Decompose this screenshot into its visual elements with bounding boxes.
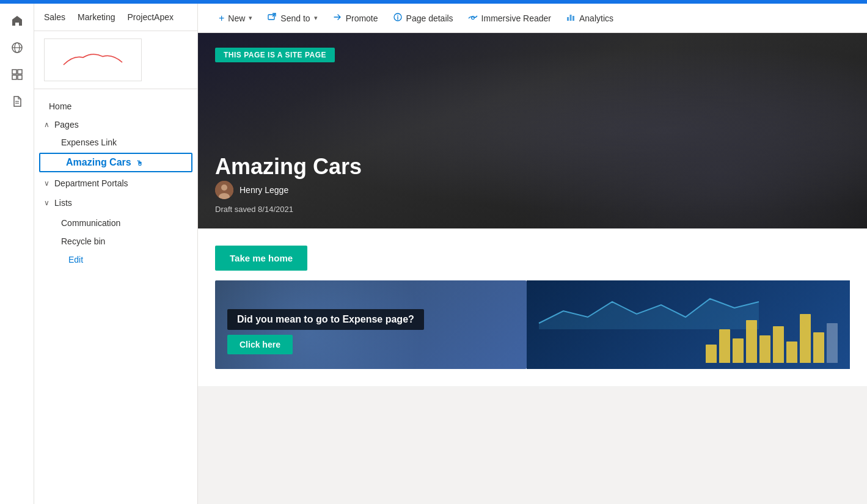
svg-rect-4 [18, 70, 22, 74]
sidebar-nav: Home ∧ Pages Expenses Link Amazing Cars … [34, 89, 197, 504]
grid-icon[interactable] [5, 62, 29, 87]
send-to-dropdown-icon: ▾ [314, 14, 318, 22]
sidebar-item-communication[interactable]: Communication [34, 214, 197, 232]
click-here-button[interactable]: Click here [227, 335, 293, 354]
draft-saved-text: Draft saved 8/14/2021 [215, 205, 293, 214]
send-to-label: Send to [280, 13, 310, 23]
hero-author: Henry Legge [215, 181, 288, 199]
chart-bar-9 [813, 332, 824, 363]
expense-question-text: Did you mean to go to Expense page? [227, 309, 424, 330]
sidebar-item-expenses-link[interactable]: Expenses Link [34, 133, 197, 152]
page-details-label: Page details [406, 13, 453, 23]
chart-bar-3 [733, 338, 744, 363]
chart-bar-8 [800, 314, 811, 363]
svg-rect-14 [567, 17, 569, 21]
nav-item-projectapex[interactable]: ProjectApex [128, 10, 174, 24]
chart-bar-4 [746, 320, 757, 363]
page-details-button[interactable]: Page details [387, 9, 459, 28]
dept-chevron-icon: ∨ [44, 179, 49, 188]
hero-section: THIS PAGE IS A SITE PAGE Amazing Cars He… [198, 33, 867, 228]
new-dropdown-icon: ▾ [249, 14, 252, 22]
svg-point-11 [397, 15, 398, 16]
below-hero: Take me home Did you mean to go to Expen… [198, 228, 867, 386]
main-area: + New ▾ Send to ▾ [198, 4, 867, 504]
svg-rect-6 [18, 75, 22, 79]
svg-point-18 [221, 184, 227, 191]
promote-icon [332, 12, 342, 24]
author-avatar [215, 181, 233, 199]
sidebar-home[interactable]: Home [34, 97, 197, 116]
dept-section-label: Department Portals [54, 178, 128, 188]
immersive-reader-label: Immersive Reader [481, 13, 551, 23]
send-to-button[interactable]: Send to ▾ [261, 9, 323, 28]
new-button[interactable]: + New ▾ [213, 9, 258, 27]
svg-rect-16 [573, 16, 574, 21]
nav-item-marketing[interactable]: Marketing [78, 10, 115, 24]
sidebar-header: Sales Marketing ProjectApex [34, 4, 197, 89]
immersive-reader-icon [468, 12, 478, 24]
sidebar-item-recycle-bin[interactable]: Recycle bin [34, 232, 197, 250]
logo-image [44, 38, 142, 81]
globe-icon[interactable] [5, 35, 29, 60]
site-page-badge: THIS PAGE IS A SITE PAGE [215, 48, 335, 62]
svg-rect-3 [12, 70, 16, 74]
site-nav: Sales Marketing ProjectApex [34, 4, 197, 31]
chart-bar-6 [773, 326, 784, 363]
sidebar-item-amazing-cars[interactable]: Amazing Cars 🖱 [39, 153, 192, 172]
pages-section-header[interactable]: ∧ Pages [34, 116, 197, 133]
nav-item-sales[interactable]: Sales [44, 10, 65, 24]
hero-title: Amazing Cars [215, 154, 362, 180]
analytics-button[interactable]: Analytics [560, 9, 620, 28]
promote-label: Promote [346, 13, 378, 23]
promote-button[interactable]: Promote [326, 9, 384, 28]
sidebar-section-pages: ∧ Pages Expenses Link Amazing Cars 🖱 [34, 116, 197, 172]
card-section: Did you mean to go to Expense page? Clic… [215, 271, 850, 369]
lists-section-label: Lists [54, 198, 72, 208]
page-details-icon [393, 12, 403, 24]
sidebar-logo [34, 31, 197, 89]
take-me-home-button[interactable]: Take me home [215, 246, 307, 271]
sidebar: Sales Marketing ProjectApex Home [34, 4, 198, 504]
author-name: Henry Legge [240, 185, 288, 195]
analytics-label: Analytics [579, 13, 613, 23]
svg-rect-5 [12, 75, 16, 79]
analytics-icon [566, 12, 576, 24]
dept-section-header[interactable]: ∨ Department Portals [34, 175, 197, 192]
sidebar-section-lists: ∨ Lists [34, 194, 197, 211]
new-icon: + [219, 13, 224, 24]
expense-card-content: Did you mean to go to Expense page? Clic… [227, 309, 424, 354]
home-icon[interactable] [5, 9, 29, 33]
expense-card: Did you mean to go to Expense page? Clic… [215, 280, 527, 369]
icon-rail [0, 4, 34, 504]
pages-section-label: Pages [54, 120, 79, 130]
new-label: New [228, 13, 245, 23]
sidebar-section-dept: ∨ Department Portals [34, 175, 197, 192]
chart-card [527, 280, 850, 369]
lists-section-header[interactable]: ∨ Lists [34, 194, 197, 211]
chart-bar-10 [827, 323, 838, 363]
svg-rect-15 [569, 15, 571, 21]
toolbar: + New ▾ Send to ▾ [198, 4, 867, 33]
send-to-icon [267, 12, 277, 24]
document-icon[interactable] [5, 89, 29, 114]
chart-bar-5 [759, 335, 770, 363]
sidebar-edit-link[interactable]: Edit [34, 250, 197, 269]
page-content: THIS PAGE IS A SITE PAGE Amazing Cars He… [198, 33, 867, 504]
app-layout: Sales Marketing ProjectApex Home [0, 4, 867, 504]
chart-bars [706, 314, 838, 363]
chart-bar-1 [706, 345, 717, 363]
chart-bar-2 [719, 329, 730, 363]
lists-chevron-icon: ∨ [44, 199, 49, 207]
immersive-reader-button[interactable]: Immersive Reader [462, 9, 557, 28]
content-area: Sales Marketing ProjectApex Home [34, 4, 867, 504]
hero-car-shape [499, 33, 867, 228]
pages-chevron-icon: ∧ [44, 120, 49, 129]
chart-bar-7 [786, 341, 797, 363]
